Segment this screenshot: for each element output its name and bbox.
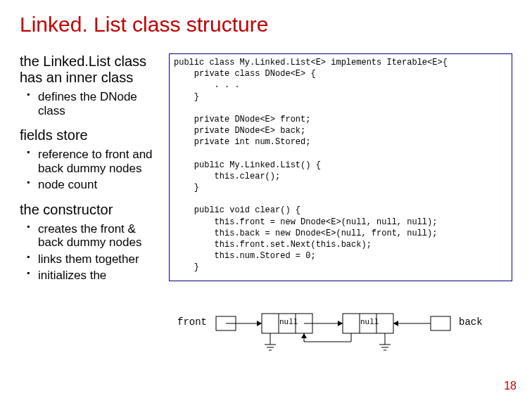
svg-marker-11 [338, 321, 343, 326]
code-block: public class My.Linked.List<E> implement… [169, 53, 512, 281]
svg-rect-23 [431, 316, 450, 330]
bullet-links-together: links them together [30, 252, 160, 266]
svg-marker-25 [393, 321, 398, 326]
label-front: front [177, 316, 207, 328]
subhead-fields: fields store [20, 127, 160, 143]
subhead-inner-class: the Linked.List class has an inner class [20, 53, 160, 86]
bullets-fields: reference to front and back dummy nodes … [20, 148, 160, 192]
page-number: 18 [504, 380, 517, 392]
svg-marker-2 [257, 321, 262, 326]
bullets-inner-class: defines the DNode class [20, 90, 160, 117]
slide-title: Linked. List class structure [20, 13, 512, 37]
label-null-1: null [279, 318, 298, 326]
left-column: the Linked.List class has an inner class… [20, 53, 160, 290]
bullet-reference-front-back: reference to front and back dummy nodes [30, 148, 160, 175]
bullets-constructor: creates the front & back dummy nodes lin… [20, 222, 160, 283]
label-null-2: null [360, 318, 379, 326]
bullet-initializes: initializes the [30, 269, 160, 283]
svg-marker-18 [301, 333, 307, 338]
linked-list-diagram: front null null back [177, 309, 515, 373]
bullet-defines-dnode: defines the DNode class [30, 90, 160, 117]
bullet-creates-dummy: creates the front & back dummy nodes [30, 222, 160, 250]
label-back: back [459, 316, 483, 328]
subhead-constructor: the constructor [20, 202, 160, 218]
bullet-node-count: node count [30, 178, 160, 192]
